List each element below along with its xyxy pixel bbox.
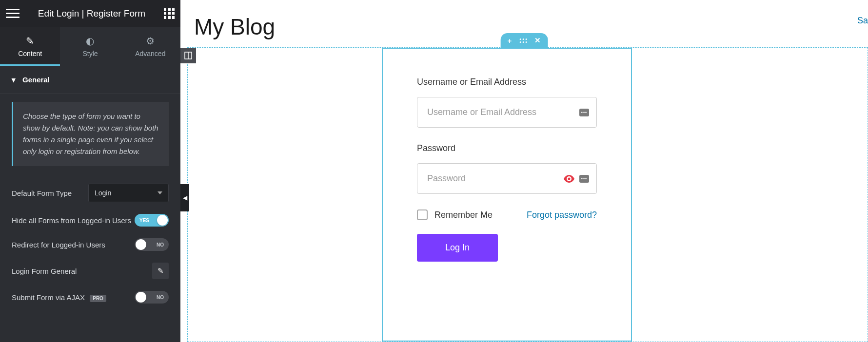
editor-sidebar: Edit Login | Register Form ✎ Content ◐ S… <box>0 0 180 342</box>
login-form: Username or Email Address Password Remem… <box>383 49 631 286</box>
control-label: Default Form Type <box>12 189 72 197</box>
section-general-toggle[interactable]: ▾ General <box>0 66 180 94</box>
username-input[interactable] <box>417 97 597 128</box>
redirect-toggle[interactable]: NO <box>135 238 169 251</box>
columns-icon <box>184 52 192 59</box>
section-handle: + ✕ <box>501 33 548 48</box>
sidebar-header: Edit Login | Register Form <box>0 0 180 27</box>
preview-canvas: ◀ My Blog Sa + ✕ Username or Email Addre… <box>180 0 868 342</box>
keyboard-icon <box>579 109 589 116</box>
username-label: Username or Email Address <box>417 77 597 87</box>
control-login-form-general: Login Form General ✎ <box>0 257 180 285</box>
sample-link[interactable]: Sa <box>857 16 868 26</box>
section-title: General <box>22 76 50 84</box>
tab-advanced[interactable]: ⚙ Advanced <box>120 27 180 66</box>
svg-point-2 <box>568 177 571 180</box>
pencil-icon: ✎ <box>158 266 164 275</box>
add-section-button[interactable]: + <box>508 37 512 45</box>
pro-badge: PRO <box>90 295 106 302</box>
contrast-icon: ◐ <box>86 35 94 47</box>
remember-me-label: Remember Me <box>434 210 493 220</box>
login-button[interactable]: Log In <box>417 234 498 262</box>
password-label: Password <box>417 143 597 153</box>
apps-grid-icon[interactable] <box>164 8 175 19</box>
hamburger-icon[interactable] <box>6 7 20 20</box>
drag-handle-icon[interactable] <box>519 38 527 43</box>
toggle-label: YES <box>139 218 149 223</box>
keyboard-icon <box>579 175 589 183</box>
control-default-form-type: Default Form Type Login <box>0 178 180 208</box>
submit-ajax-toggle[interactable]: NO <box>135 291 169 304</box>
info-box: Choose the type of form you want to show… <box>12 102 169 166</box>
gear-icon: ⚙ <box>146 35 155 47</box>
tab-content[interactable]: ✎ Content <box>0 27 60 66</box>
default-form-select[interactable]: Login <box>88 184 169 202</box>
page-title: My Blog <box>194 14 275 40</box>
structure-button[interactable] <box>180 48 196 63</box>
checkbox-icon <box>417 209 428 220</box>
editor-tabs: ✎ Content ◐ Style ⚙ Advanced <box>0 27 180 66</box>
control-label: Hide all Forms from Logged-in Users <box>12 216 131 225</box>
chevron-left-icon: ◀ <box>183 194 187 201</box>
remember-me-checkbox[interactable]: Remember Me <box>417 209 493 220</box>
tab-label: Content <box>18 50 42 57</box>
tab-label: Style <box>82 50 98 57</box>
chevron-down-icon: ▾ <box>12 76 16 84</box>
hide-forms-toggle[interactable]: YES <box>135 214 169 227</box>
eye-icon[interactable] <box>564 175 574 183</box>
control-label: Login Form General <box>12 267 77 275</box>
control-submit-ajax: Submit Form via AJAX PRO NO <box>0 285 180 309</box>
tab-style[interactable]: ◐ Style <box>60 27 120 66</box>
toggle-label: NO <box>157 242 164 247</box>
forgot-password-link[interactable]: Forgot password? <box>527 210 597 220</box>
toggle-label: NO <box>157 295 164 300</box>
control-label: Redirect for Logged-in Users <box>12 241 105 249</box>
control-hide-forms: Hide all Forms from Logged-in Users YES <box>0 208 180 232</box>
pencil-icon: ✎ <box>26 35 34 47</box>
edit-login-form-button[interactable]: ✎ <box>152 263 169 279</box>
widget-title: Edit Login | Register Form <box>20 8 164 19</box>
control-label: Submit Form via AJAX PRO <box>12 293 106 302</box>
control-redirect: Redirect for Logged-in Users NO <box>0 232 180 257</box>
close-section-button[interactable]: ✕ <box>534 36 541 45</box>
tab-label: Advanced <box>135 50 165 57</box>
section-outline[interactable]: Username or Email Address Password Remem… <box>187 47 868 342</box>
widget-outline[interactable]: Username or Email Address Password Remem… <box>382 48 632 342</box>
collapse-sidebar-button[interactable]: ◀ <box>180 184 189 211</box>
